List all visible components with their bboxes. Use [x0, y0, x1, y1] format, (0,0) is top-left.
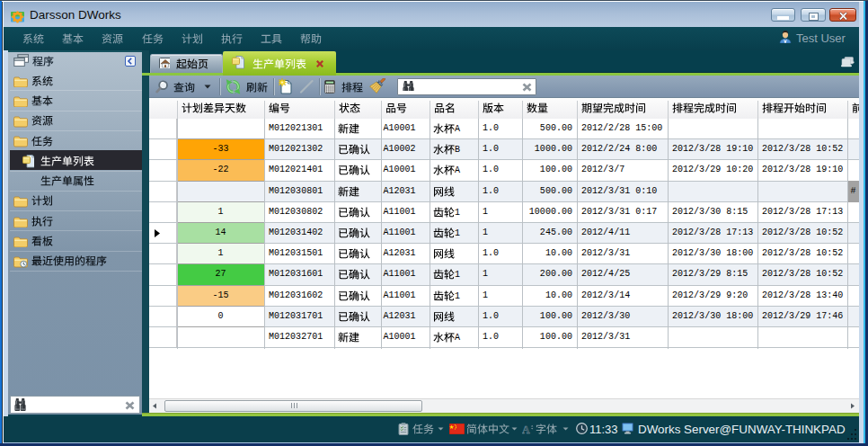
svg-text:A: A: [522, 424, 530, 434]
